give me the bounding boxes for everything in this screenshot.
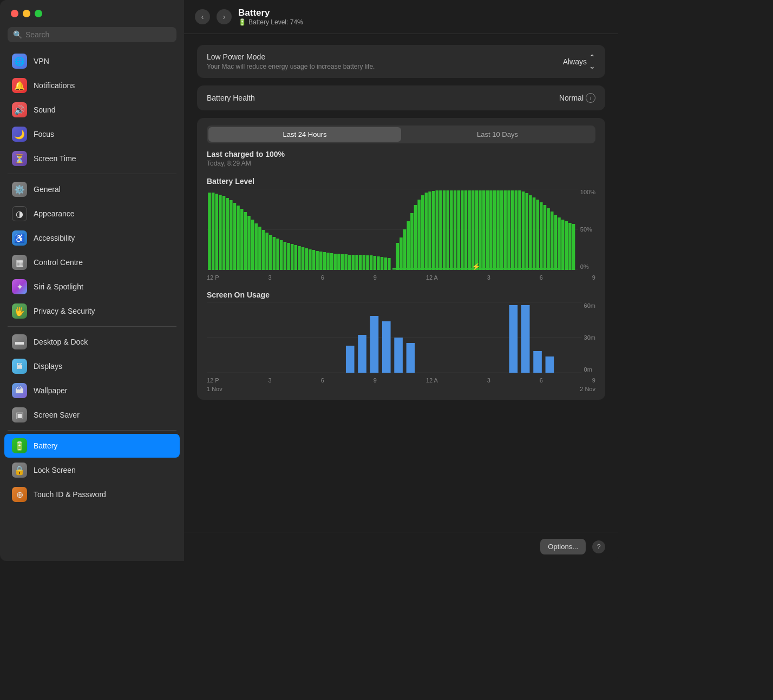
privacy-icon: 🖐 <box>12 303 27 319</box>
sidebar-item-label-battery: Battery <box>34 441 57 450</box>
screen-usage-chart: Screen On Usage <box>207 290 595 392</box>
svg-rect-67 <box>443 190 446 270</box>
usage-y-label-60m: 60m <box>584 302 595 309</box>
sidebar-item-screensaver[interactable]: ▣Screen Saver <box>4 403 180 427</box>
sidebar-item-wallpaper[interactable]: 🏔Wallpaper <box>4 379 180 402</box>
displays-icon: 🖥 <box>12 359 27 374</box>
sidebar-item-screentime[interactable]: ⏳Screen Time <box>4 147 180 170</box>
sidebar-item-controlcentre[interactable]: ▦Control Centre <box>4 250 180 274</box>
low-power-mode-row: Low Power Mode Your Mac will reduce ener… <box>207 52 595 70</box>
time-tabs[interactable]: Last 24 Hours Last 10 Days <box>207 126 595 143</box>
maximize-button[interactable] <box>35 10 42 17</box>
svg-rect-80 <box>489 190 493 270</box>
svg-rect-15 <box>251 220 254 270</box>
sidebar-item-general[interactable]: ⚙️General <box>4 177 180 201</box>
sidebar-item-label-desktop: Desktop & Dock <box>34 338 88 346</box>
sidebar-item-lockscreen[interactable]: 🔒Lock Screen <box>4 458 180 482</box>
svg-rect-27 <box>294 245 298 270</box>
svg-rect-98 <box>554 215 558 270</box>
svg-rect-96 <box>547 208 550 270</box>
svg-rect-45 <box>359 255 362 270</box>
svg-rect-65 <box>436 190 439 270</box>
sidebar-item-notifications[interactable]: 🔔Notifications <box>4 74 180 97</box>
last-charged-section: Last charged to 100% Today, 8:29 AM <box>207 150 595 167</box>
general-icon: ⚙️ <box>12 182 27 197</box>
svg-rect-24 <box>284 242 287 270</box>
svg-rect-6 <box>219 195 222 270</box>
date-label-1: 1 Nov <box>207 386 222 392</box>
sidebar-item-focus[interactable]: 🌙Focus <box>4 122 180 146</box>
sidebar-item-sound[interactable]: 🔊Sound <box>4 98 180 122</box>
appearance-icon: ◑ <box>12 206 27 221</box>
svg-rect-64 <box>432 191 435 270</box>
charts-card: Last 24 Hours Last 10 Days Last charged … <box>197 118 605 400</box>
svg-rect-73 <box>464 190 468 270</box>
svg-rect-81 <box>493 190 496 270</box>
sidebar-item-label-screensaver: Screen Saver <box>34 411 80 419</box>
usage-y-label-30m: 30m <box>584 334 595 341</box>
svg-rect-41 <box>344 254 348 270</box>
svg-rect-99 <box>558 217 561 270</box>
back-button[interactable]: ‹ <box>195 9 210 24</box>
svg-rect-7 <box>222 196 226 270</box>
battery-icon: 🔋 <box>12 438 27 453</box>
traffic-lights <box>0 0 184 25</box>
svg-rect-26 <box>291 244 294 270</box>
sidebar-item-privacy[interactable]: 🖐Privacy & Security <box>4 299 180 323</box>
svg-rect-54 <box>396 243 399 270</box>
sidebar-item-vpn[interactable]: 🌐VPN <box>4 49 180 73</box>
svg-rect-50 <box>377 256 380 270</box>
screen-usage-title: Screen On Usage <box>207 290 595 299</box>
svg-rect-32 <box>312 250 316 270</box>
svg-rect-56 <box>403 229 407 270</box>
tab-24-hours[interactable]: Last 24 Hours <box>208 127 401 142</box>
battery-level-chart: Battery Level <box>207 177 595 281</box>
info-icon[interactable]: i <box>586 93 595 103</box>
sidebar: 🔍 🌐VPN🔔Notifications🔊Sound🌙Focus⏳Screen … <box>0 0 184 561</box>
sidebar-divider <box>8 174 176 174</box>
screentime-icon: ⏳ <box>12 151 27 166</box>
search-input[interactable] <box>25 30 171 39</box>
svg-rect-11 <box>237 206 240 270</box>
close-button[interactable] <box>11 10 18 17</box>
forward-button[interactable]: › <box>217 9 232 24</box>
svg-rect-19 <box>265 233 268 270</box>
battery-health-row: Battery Health Normal i <box>207 93 595 103</box>
svg-rect-36 <box>326 253 330 270</box>
svg-rect-23 <box>280 240 283 270</box>
sidebar-item-touchid[interactable]: ⊕Touch ID & Password <box>4 483 180 506</box>
svg-rect-87 <box>515 190 518 270</box>
svg-rect-29 <box>302 247 305 270</box>
svg-rect-62 <box>425 193 428 270</box>
search-bar[interactable]: 🔍 <box>8 27 176 42</box>
svg-rect-109 <box>346 346 355 373</box>
screen-usage-svg <box>207 302 582 373</box>
tab-10-days[interactable]: Last 10 Days <box>401 127 594 142</box>
lockscreen-icon: 🔒 <box>12 463 27 478</box>
sidebar-item-appearance[interactable]: ◑Appearance <box>4 202 180 226</box>
svg-rect-30 <box>305 248 308 270</box>
svg-rect-39 <box>337 254 340 270</box>
svg-rect-13 <box>244 212 247 270</box>
sidebar-item-accessibility[interactable]: ♿Accessibility <box>4 226 180 250</box>
svg-rect-38 <box>334 254 337 270</box>
svg-rect-84 <box>504 190 507 270</box>
svg-rect-37 <box>330 253 333 270</box>
main-content: ‹ › Battery 🔋 Battery Level: 74% Low Pow… <box>184 0 618 561</box>
svg-rect-10 <box>233 203 237 270</box>
sidebar-item-displays[interactable]: 🖥Displays <box>4 354 180 378</box>
help-button[interactable]: ? <box>592 540 605 553</box>
svg-rect-114 <box>407 343 415 373</box>
options-button[interactable]: Options... <box>540 539 586 554</box>
low-power-mode-value[interactable]: Always ⌃⌄ <box>563 53 595 70</box>
svg-rect-61 <box>421 195 424 270</box>
svg-rect-83 <box>500 190 503 270</box>
sidebar-item-battery[interactable]: 🔋Battery <box>4 434 180 458</box>
svg-rect-103 <box>572 224 575 270</box>
sidebar-item-desktop[interactable]: ▬Desktop & Dock <box>4 330 180 354</box>
y-label-0: 0% <box>580 263 595 270</box>
sidebar-item-siri[interactable]: ✦Siri & Spotlight <box>4 275 180 299</box>
minimize-button[interactable] <box>23 10 30 17</box>
svg-rect-58 <box>410 213 414 270</box>
battery-health-label: Battery Health <box>207 94 255 102</box>
